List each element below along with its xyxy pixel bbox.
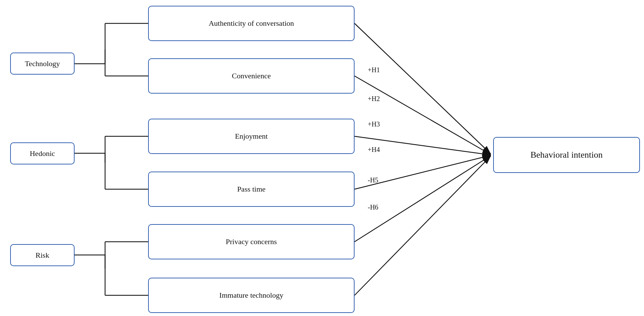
category-hedonic: Hedonic — [10, 142, 75, 164]
category-risk-label: Risk — [36, 251, 49, 260]
factor-pass-time: Pass time — [148, 172, 355, 207]
h4-label: +H4 — [368, 146, 380, 153]
factor-convenience: Convenience — [148, 58, 355, 94]
factor-immature: Immature technology — [148, 278, 355, 313]
hypothesis-h3: +H3 — [368, 120, 380, 128]
hypothesis-h6: -H6 — [368, 203, 378, 211]
category-technology-label: Technology — [25, 59, 60, 68]
category-hedonic-label: Hedonic — [30, 149, 55, 158]
factor-enjoyment: Enjoyment — [148, 119, 355, 154]
h2-label: +H2 — [368, 95, 380, 102]
factor-authenticity: Authenticity of conversation — [148, 6, 355, 41]
factor-authenticity-label: Authenticity of conversation — [209, 19, 294, 28]
svg-line-19 — [355, 155, 491, 189]
h1-label: +H1 — [368, 66, 380, 74]
svg-line-18 — [355, 136, 491, 155]
svg-line-16 — [355, 23, 491, 154]
hypothesis-h5: -H5 — [368, 176, 378, 184]
hypothesis-h2: +H2 — [368, 95, 380, 103]
factor-enjoyment-label: Enjoyment — [235, 132, 268, 141]
factor-immature-label: Immature technology — [219, 291, 283, 300]
outcome-behavioral-intention: Behavioral intention — [493, 137, 640, 173]
outcome-behavioral-intention-label: Behavioral intention — [530, 150, 603, 160]
factor-privacy: Privacy concerns — [148, 224, 355, 259]
diagram-container: Technology Hedonic Risk Authenticity of … — [0, 0, 644, 316]
svg-line-21 — [355, 156, 491, 295]
category-risk: Risk — [10, 244, 75, 266]
category-technology: Technology — [10, 53, 75, 75]
hypothesis-h1: +H1 — [368, 66, 380, 74]
factor-convenience-label: Convenience — [232, 72, 271, 80]
svg-line-20 — [355, 156, 491, 242]
hypothesis-h4: +H4 — [368, 146, 380, 154]
svg-line-17 — [355, 76, 491, 155]
h5-label: -H5 — [368, 176, 378, 184]
factor-privacy-label: Privacy concerns — [226, 237, 277, 246]
h3-label: +H3 — [368, 120, 380, 128]
factor-pass-time-label: Pass time — [237, 185, 266, 194]
h6-label: -H6 — [368, 203, 378, 211]
